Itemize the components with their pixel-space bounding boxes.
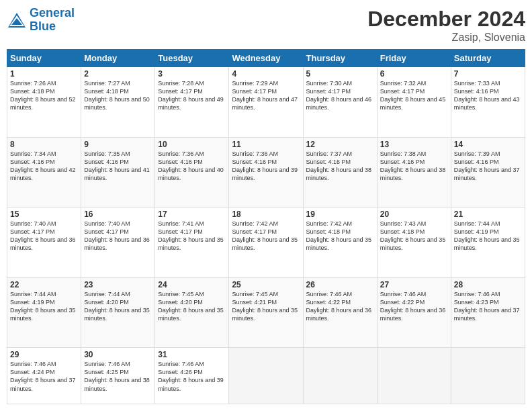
daylight-text: Daylight: 8 hours and 41 minutes.: [84, 167, 150, 181]
sunset-text: Sunset: 4:16 PM: [10, 158, 55, 165]
calendar-cell: 28 Sunrise: 7:46 AM Sunset: 4:23 PM Dayl…: [451, 277, 525, 348]
calendar-cell: 7 Sunrise: 7:33 AM Sunset: 4:16 PM Dayli…: [451, 67, 525, 138]
sunset-text: Sunset: 4:16 PM: [454, 158, 499, 165]
day-info: Sunrise: 7:46 AM Sunset: 4:25 PM Dayligh…: [84, 360, 152, 393]
day-number: 15: [10, 210, 78, 219]
day-number: 24: [158, 280, 226, 289]
daylight-text: Daylight: 8 hours and 47 minutes.: [232, 96, 298, 111]
calendar-cell: [377, 348, 451, 404]
sunrise-text: Sunrise: 7:36 AM: [158, 150, 204, 157]
day-info: Sunrise: 7:44 AM Sunset: 4:19 PM Dayligh…: [454, 220, 522, 253]
calendar-cell: 9 Sunrise: 7:35 AM Sunset: 4:16 PM Dayli…: [81, 137, 155, 208]
sunset-text: Sunset: 4:16 PM: [306, 158, 351, 165]
sunset-text: Sunset: 4:23 PM: [454, 299, 499, 306]
week-row-5: 29 Sunrise: 7:46 AM Sunset: 4:24 PM Dayl…: [7, 348, 525, 404]
daylight-text: Daylight: 8 hours and 35 minutes.: [306, 236, 372, 251]
day-number: 25: [232, 280, 300, 289]
day-number: 13: [380, 140, 448, 149]
logo-icon: [7, 10, 27, 30]
sunrise-text: Sunrise: 7:44 AM: [10, 291, 56, 298]
day-number: 16: [84, 210, 152, 219]
daylight-text: Daylight: 8 hours and 43 minutes.: [454, 96, 520, 111]
day-info: Sunrise: 7:27 AM Sunset: 4:18 PM Dayligh…: [84, 79, 152, 112]
sunrise-text: Sunrise: 7:46 AM: [380, 291, 427, 298]
sunrise-text: Sunrise: 7:28 AM: [158, 80, 204, 87]
calendar-cell: [303, 348, 377, 404]
day-info: Sunrise: 7:40 AM Sunset: 4:17 PM Dayligh…: [10, 220, 78, 253]
header-wednesday: Wednesday: [229, 50, 303, 67]
header-monday: Monday: [81, 50, 155, 67]
calendar-cell: 23 Sunrise: 7:44 AM Sunset: 4:20 PM Dayl…: [81, 277, 155, 348]
daylight-text: Daylight: 8 hours and 35 minutes.: [158, 236, 224, 251]
day-number: 5: [306, 69, 374, 79]
sunset-text: Sunset: 4:17 PM: [10, 228, 55, 235]
sunset-text: Sunset: 4:21 PM: [232, 299, 277, 306]
day-info: Sunrise: 7:46 AM Sunset: 4:26 PM Dayligh…: [158, 360, 226, 393]
daylight-text: Daylight: 8 hours and 35 minutes.: [232, 236, 298, 251]
calendar-cell: 5 Sunrise: 7:30 AM Sunset: 4:17 PM Dayli…: [303, 67, 377, 138]
day-info: Sunrise: 7:46 AM Sunset: 4:23 PM Dayligh…: [454, 290, 522, 323]
day-info: Sunrise: 7:41 AM Sunset: 4:17 PM Dayligh…: [158, 220, 226, 253]
calendar-cell: 8 Sunrise: 7:34 AM Sunset: 4:16 PM Dayli…: [7, 137, 81, 208]
day-info: Sunrise: 7:46 AM Sunset: 4:24 PM Dayligh…: [10, 360, 78, 393]
day-number: 17: [158, 210, 226, 219]
calendar-cell: 21 Sunrise: 7:44 AM Sunset: 4:19 PM Dayl…: [451, 208, 525, 278]
sunrise-text: Sunrise: 7:27 AM: [84, 80, 130, 87]
sunrise-text: Sunrise: 7:37 AM: [306, 150, 353, 157]
header-saturday: Saturday: [451, 50, 525, 67]
subtitle: Zasip, Slovenia: [367, 32, 525, 44]
day-number: 9: [84, 140, 152, 149]
calendar-cell: 18 Sunrise: 7:42 AM Sunset: 4:17 PM Dayl…: [229, 208, 303, 278]
sunrise-text: Sunrise: 7:42 AM: [232, 220, 278, 227]
calendar-cell: [451, 348, 525, 404]
page: General Blue December 2024 Zasip, Sloven…: [0, 0, 532, 411]
day-info: Sunrise: 7:34 AM Sunset: 4:16 PM Dayligh…: [10, 150, 78, 183]
day-number: 20: [380, 210, 448, 219]
daylight-text: Daylight: 8 hours and 35 minutes.: [84, 307, 150, 322]
sunset-text: Sunset: 4:17 PM: [84, 228, 129, 235]
calendar-cell: 15 Sunrise: 7:40 AM Sunset: 4:17 PM Dayl…: [7, 208, 81, 278]
calendar-cell: 6 Sunrise: 7:32 AM Sunset: 4:17 PM Dayli…: [377, 67, 451, 138]
header-tuesday: Tuesday: [155, 50, 229, 67]
day-number: 12: [306, 140, 374, 149]
calendar-header-row: Sunday Monday Tuesday Wednesday Thursday…: [7, 50, 525, 67]
daylight-text: Daylight: 8 hours and 35 minutes.: [232, 307, 298, 322]
sunset-text: Sunset: 4:22 PM: [306, 299, 351, 306]
calendar-cell: 12 Sunrise: 7:37 AM Sunset: 4:16 PM Dayl…: [303, 137, 377, 208]
calendar-cell: 17 Sunrise: 7:41 AM Sunset: 4:17 PM Dayl…: [155, 208, 229, 278]
sunrise-text: Sunrise: 7:40 AM: [84, 220, 130, 227]
calendar-cell: 16 Sunrise: 7:40 AM Sunset: 4:17 PM Dayl…: [81, 208, 155, 278]
sunset-text: Sunset: 4:20 PM: [84, 299, 129, 306]
sunset-text: Sunset: 4:19 PM: [10, 299, 55, 306]
day-info: Sunrise: 7:44 AM Sunset: 4:19 PM Dayligh…: [10, 290, 78, 323]
sunrise-text: Sunrise: 7:45 AM: [158, 291, 204, 298]
sunrise-text: Sunrise: 7:32 AM: [380, 80, 427, 87]
day-number: 19: [306, 210, 374, 219]
day-info: Sunrise: 7:36 AM Sunset: 4:16 PM Dayligh…: [158, 150, 226, 183]
day-number: 30: [84, 350, 152, 359]
daylight-text: Daylight: 8 hours and 37 minutes.: [10, 377, 76, 392]
week-row-4: 22 Sunrise: 7:44 AM Sunset: 4:19 PM Dayl…: [7, 277, 525, 348]
calendar-cell: 11 Sunrise: 7:36 AM Sunset: 4:16 PM Dayl…: [229, 137, 303, 208]
daylight-text: Daylight: 8 hours and 52 minutes.: [10, 96, 76, 111]
sunset-text: Sunset: 4:17 PM: [306, 88, 351, 95]
sunset-text: Sunset: 4:20 PM: [158, 299, 203, 306]
calendar-cell: 4 Sunrise: 7:29 AM Sunset: 4:17 PM Dayli…: [229, 67, 303, 138]
day-info: Sunrise: 7:44 AM Sunset: 4:20 PM Dayligh…: [84, 290, 152, 323]
sunset-text: Sunset: 4:22 PM: [380, 299, 425, 306]
daylight-text: Daylight: 8 hours and 35 minutes.: [10, 307, 76, 322]
calendar-cell: 20 Sunrise: 7:43 AM Sunset: 4:18 PM Dayl…: [377, 208, 451, 278]
day-number: 6: [380, 69, 448, 79]
calendar-cell: 31 Sunrise: 7:46 AM Sunset: 4:26 PM Dayl…: [155, 348, 229, 404]
day-info: Sunrise: 7:32 AM Sunset: 4:17 PM Dayligh…: [380, 79, 448, 112]
daylight-text: Daylight: 8 hours and 37 minutes.: [454, 167, 520, 181]
sunset-text: Sunset: 4:24 PM: [10, 369, 55, 375]
sunrise-text: Sunrise: 7:41 AM: [158, 220, 204, 227]
daylight-text: Daylight: 8 hours and 35 minutes.: [454, 236, 520, 251]
daylight-text: Daylight: 8 hours and 38 minutes.: [306, 167, 372, 181]
day-number: 27: [380, 280, 448, 289]
sunset-text: Sunset: 4:25 PM: [84, 369, 129, 375]
day-number: 10: [158, 140, 226, 149]
sunset-text: Sunset: 4:18 PM: [306, 228, 351, 235]
calendar-cell: [229, 348, 303, 404]
